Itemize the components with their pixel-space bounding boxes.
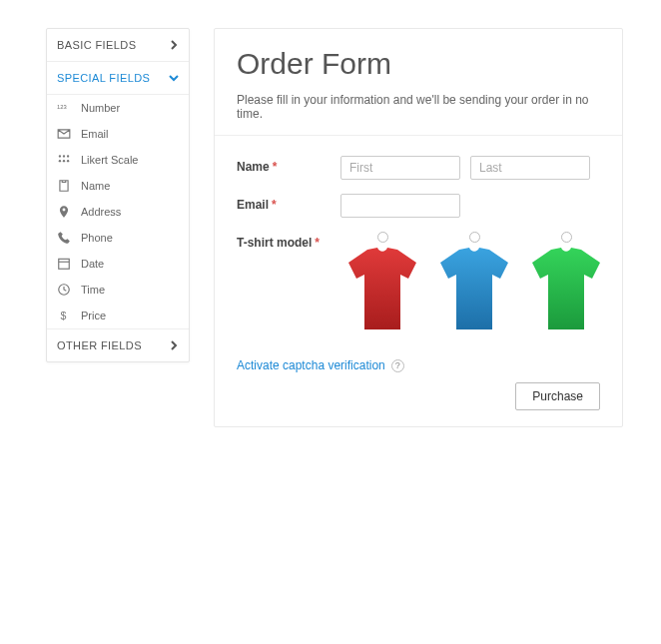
svg-point-5 (63, 160, 65, 162)
field-item-phone[interactable]: Phone (47, 225, 189, 251)
svg-rect-7 (59, 259, 70, 269)
form-actions: Purchase (237, 382, 600, 410)
tshirt-red-icon (342, 245, 422, 334)
panel-body: Name* Email* T-shirt model* (215, 136, 622, 426)
field-item-time[interactable]: Time (47, 277, 189, 303)
tshirt-option-green[interactable] (524, 232, 608, 334)
tshirt-options (340, 232, 608, 334)
calendar-icon (57, 257, 71, 271)
tshirt-option-blue[interactable] (432, 232, 516, 334)
required-mark: * (272, 198, 277, 212)
group-other-label: OTHER FIELDS (57, 339, 142, 351)
radio-icon[interactable] (377, 232, 388, 243)
field-label: Name (81, 180, 110, 192)
email-fields (340, 194, 600, 218)
svg-text:$: $ (61, 310, 67, 322)
phone-icon (57, 231, 71, 245)
radio-icon[interactable] (469, 232, 480, 243)
tshirt-option-red[interactable] (340, 232, 424, 334)
envelope-icon (57, 127, 71, 141)
svg-point-1 (59, 155, 61, 157)
chevron-right-icon (169, 340, 179, 350)
group-basic-label: BASIC FIELDS (57, 39, 136, 51)
svg-point-2 (63, 155, 65, 157)
group-special-label: SPECIAL FIELDS (57, 72, 150, 84)
field-item-name[interactable]: Name (47, 173, 189, 199)
row-tshirt: T-shirt model* (237, 232, 600, 334)
radio-icon[interactable] (561, 232, 572, 243)
chevron-right-icon (169, 40, 179, 50)
field-label: Number (81, 102, 120, 114)
captcha-link[interactable]: Activate captcha verification (237, 358, 385, 372)
clock-icon (57, 283, 71, 297)
fields-sidebar: BASIC FIELDS SPECIAL FIELDS 123 Number E… (46, 28, 190, 362)
required-mark: * (273, 160, 278, 174)
field-label: Phone (81, 232, 113, 244)
name-fields (340, 156, 600, 180)
number-icon: 123 (57, 101, 71, 115)
field-item-number[interactable]: 123 Number (47, 95, 189, 121)
panel-header: Order Form Please fill in your informati… (215, 29, 622, 136)
grid-icon (57, 153, 71, 167)
svg-text:123: 123 (57, 104, 67, 110)
captcha-row: Activate captcha verification ? (237, 358, 600, 372)
svg-point-3 (67, 155, 69, 157)
badge-icon (57, 179, 71, 193)
order-form-panel: Order Form Please fill in your informati… (214, 28, 623, 427)
field-label: Email (81, 128, 109, 140)
row-name: Name* (237, 156, 600, 180)
svg-point-6 (67, 160, 69, 162)
field-item-address[interactable]: Address (47, 199, 189, 225)
field-label: Likert Scale (81, 154, 138, 166)
first-name-input[interactable] (340, 156, 460, 180)
group-special-fields[interactable]: SPECIAL FIELDS (47, 62, 189, 95)
form-title: Order Form (237, 47, 600, 81)
dollar-icon: $ (57, 309, 71, 322)
label-tshirt: T-shirt model* (237, 232, 340, 250)
svg-point-4 (59, 160, 61, 162)
special-fields-list: 123 Number Email Likert Scale Name Addre… (47, 95, 189, 328)
group-other-fields[interactable]: OTHER FIELDS (47, 328, 189, 361)
row-email: Email* (237, 194, 600, 218)
purchase-button[interactable]: Purchase (515, 382, 600, 410)
field-item-likert[interactable]: Likert Scale (47, 147, 189, 173)
tshirt-blue-icon (434, 245, 514, 334)
required-mark: * (315, 236, 320, 250)
field-label: Price (81, 310, 106, 322)
tshirt-green-icon (526, 245, 606, 334)
field-item-price[interactable]: $ Price (47, 303, 189, 328)
field-label: Date (81, 258, 104, 270)
field-label: Time (81, 284, 105, 296)
group-basic-fields[interactable]: BASIC FIELDS (47, 29, 189, 62)
help-icon[interactable]: ? (391, 359, 404, 372)
label-email: Email* (237, 194, 340, 212)
form-description: Please fill in your information and we'l… (237, 93, 600, 121)
chevron-down-icon (169, 73, 179, 83)
field-label: Address (81, 206, 121, 218)
field-item-email[interactable]: Email (47, 121, 189, 147)
email-input[interactable] (340, 194, 460, 218)
last-name-input[interactable] (470, 156, 590, 180)
label-name: Name* (237, 156, 340, 174)
pin-icon (57, 205, 71, 219)
field-item-date[interactable]: Date (47, 251, 189, 277)
